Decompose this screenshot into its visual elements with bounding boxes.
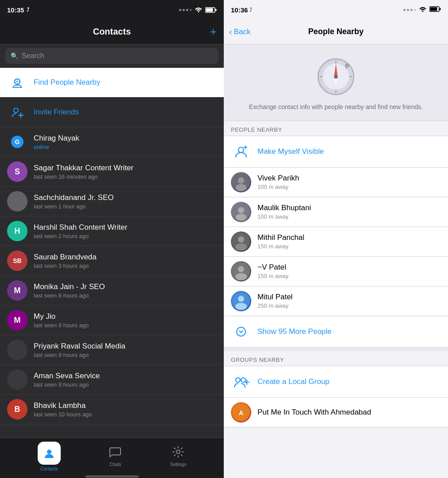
contact-item-priyank[interactable]: Priyank Raval Social Media last seen 9 h… (0, 335, 224, 365)
invite-friends-icon (7, 102, 27, 122)
nav-chats[interactable]: Chats (109, 446, 121, 467)
signal-dots (179, 9, 192, 11)
contact-info-sagar: Sagar Thakkar Content Writer last seen 1… (34, 164, 217, 180)
contact-item-myjio[interactable]: M My Jio last seen 9 hours ago (0, 306, 224, 335)
svg-point-5 (14, 108, 18, 113)
person-distance-maulik: 100 m away (257, 213, 441, 220)
person-item-mithil[interactable]: Mithil Panchal 150 m away (224, 227, 448, 257)
svg-rect-14 (440, 8, 441, 10)
person-item-mitul[interactable]: Mitul Patel 250 m away (224, 286, 448, 316)
back-label: Back (234, 27, 251, 36)
contact-item-sagar[interactable]: S Sagar Thakkar Content Writer last seen… (0, 157, 224, 187)
right-time-container: 10:36 ⤴ (231, 6, 252, 14)
people-list: Make Myself Visible Vivek Parikh 100 m a… (224, 136, 448, 348)
contact-name-myjio: My Jio (34, 312, 217, 321)
person-name-mitul: Mitul Patel (257, 293, 441, 302)
make-visible-icon (231, 141, 251, 162)
search-bar-container: 🔍 Search (0, 44, 224, 68)
make-visible-label: Make Myself Visible (257, 147, 324, 156)
person-info-mitul: Mitul Patel 250 m away (257, 293, 441, 309)
person-item-vivek[interactable]: Vivek Parikh 100 m away (224, 168, 448, 197)
svg-point-45 (238, 296, 244, 302)
wifi-icon (195, 6, 203, 14)
contact-info-myjio: My Jio last seen 9 hours ago (34, 312, 217, 329)
contact-info-harshil: Harshil Shah Content Writer last seen 2 … (34, 223, 217, 239)
svg-point-37 (236, 214, 246, 221)
contact-item-aman[interactable]: Aman Seva Service last seen 9 hours ago (0, 365, 224, 395)
avatar-sachhidanand (7, 191, 27, 212)
right-location-icon: ⤴ (249, 7, 252, 13)
right-status-bar: 10:36 ⤴ (224, 0, 448, 20)
show-more-people-item[interactable]: Show 95 More People (224, 316, 448, 348)
contact-item-bhavik[interactable]: B Bhavik Lambha last seen 10 hours ago (0, 395, 224, 424)
contact-item-sachhidanand[interactable]: Sachchidanand Jr. SEO last seen 1 hour a… (0, 187, 224, 216)
search-bar[interactable]: 🔍 Search (5, 48, 218, 64)
people-nearby-header: ‹ Back People Nearby (224, 20, 448, 44)
contact-status-aman: last seen 9 hours ago (34, 381, 217, 388)
contact-name-sachhidanand: Sachchidanand Jr. SEO (34, 193, 217, 202)
contact-status-bhavik: last seen 10 hours ago (34, 411, 217, 418)
right-battery-icon (429, 6, 441, 14)
contact-info-monika: Monika Jain - Jr SEO last seen 8 hours a… (34, 282, 217, 299)
svg-point-10 (47, 450, 51, 454)
nav-contacts[interactable]: Contacts (38, 442, 61, 471)
avatar-myjio: M (7, 310, 27, 330)
invite-friends-item[interactable]: Invite Friends (0, 98, 224, 127)
contact-name-harshil: Harshil Shah Content Writer (34, 223, 217, 232)
avatar-bhavik: B (7, 399, 27, 419)
avatar-vpatel (231, 261, 251, 282)
contact-item-monika[interactable]: M Monika Jain - Jr SEO last seen 8 hours… (0, 276, 224, 306)
contact-item-harshil[interactable]: H Harshil Shah Content Writer last seen … (0, 216, 224, 246)
person-info-ahmedabad: Put Me In Touch With Ahmedabad (257, 408, 441, 417)
svg-point-4 (16, 81, 18, 82)
search-icon: 🔍 (11, 52, 18, 59)
create-local-group-item[interactable]: Create a Local Group (224, 366, 448, 398)
find-nearby-icon (7, 72, 27, 93)
svg-text:A: A (239, 409, 243, 416)
svg-rect-1 (206, 8, 213, 12)
back-button[interactable]: ‹ Back (229, 27, 250, 37)
contact-name-priyank: Priyank Raval Social Media (34, 342, 217, 351)
contact-info-chirag: Chirag Nayak online (34, 134, 217, 150)
svg-point-27 (345, 64, 349, 67)
compass-icon: N (316, 57, 356, 97)
contact-status-saurab: last seen 3 hours ago (34, 263, 217, 269)
avatar-saurab: SB (7, 251, 27, 271)
invite-friends-info: Invite Friends (34, 108, 217, 117)
svg-point-46 (235, 303, 247, 310)
battery-icon (205, 7, 217, 13)
put-in-touch-item[interactable]: A Put Me In Touch With Ahmedabad (224, 398, 448, 427)
right-status-icons (403, 6, 441, 14)
right-wifi-icon (419, 6, 427, 14)
contact-item-saurab[interactable]: SB Saurab Brandveda last seen 3 hours ag… (0, 246, 224, 276)
search-input[interactable]: Search (22, 52, 44, 60)
contacts-header: Contacts + (0, 20, 224, 44)
svg-rect-13 (430, 8, 437, 11)
avatar-monika: M (7, 280, 27, 301)
person-item-maulik[interactable]: Maulik Bhuptani 100 m away (224, 197, 448, 227)
avatar-aman (7, 369, 27, 390)
person-item-vpatel[interactable]: ~V Patel 150 m away (224, 257, 448, 286)
right-panel: 10:36 ⤴ ‹ Back People Nearby (224, 0, 448, 478)
avatar-mithil (231, 231, 251, 252)
contacts-list: Find People Nearby Invite Friends (0, 68, 224, 438)
contact-status-myjio: last seen 9 hours ago (34, 322, 217, 329)
settings-icon (172, 446, 184, 460)
find-nearby-label: Find People Nearby (34, 78, 217, 87)
find-people-nearby-item[interactable]: Find People Nearby (0, 68, 224, 98)
add-contact-button[interactable]: + (210, 25, 217, 39)
left-panel: 10:35 ⤴ Contacts + 🔍 Search (0, 0, 224, 478)
contact-item-chirag[interactable]: G Chirag Nayak online (0, 127, 224, 157)
svg-point-40 (235, 243, 247, 251)
contact-info-saurab: Saurab Brandveda last seen 3 hours ago (34, 253, 217, 269)
make-myself-visible-item[interactable]: Make Myself Visible (224, 136, 448, 168)
contact-status-harshil: last seen 2 hours ago (34, 233, 217, 239)
contact-info-priyank: Priyank Raval Social Media last seen 9 h… (34, 342, 217, 358)
nav-settings[interactable]: Settings (170, 446, 186, 467)
contact-name-monika: Monika Jain - Jr SEO (34, 282, 217, 291)
contacts-title: Contacts (93, 27, 131, 37)
contact-status-sachhidanand: last seen 1 hour ago (34, 203, 217, 210)
show-more-icon (231, 321, 251, 342)
avatar-chirag: G (7, 132, 27, 152)
svg-point-26 (335, 76, 337, 78)
